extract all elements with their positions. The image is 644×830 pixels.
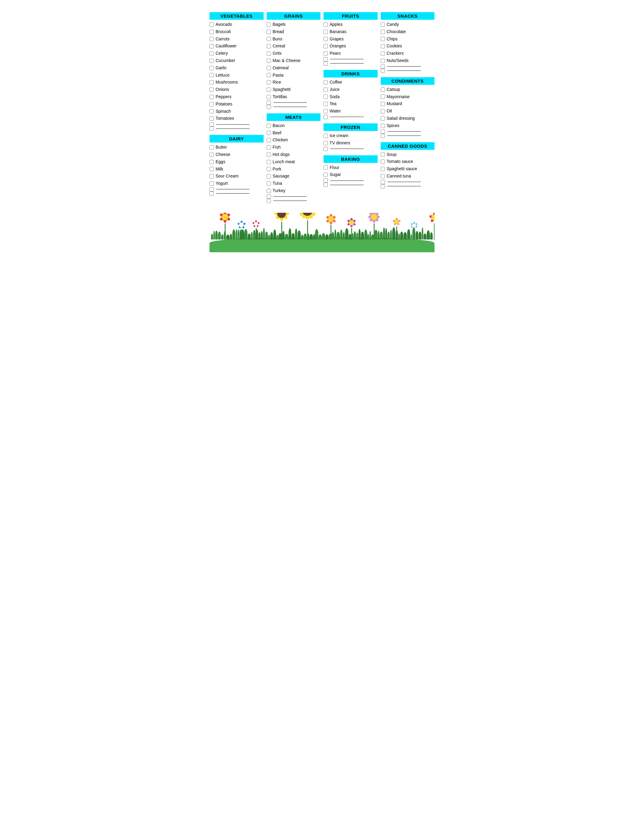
item-checkbox[interactable] [209, 167, 214, 171]
item-checkbox[interactable] [324, 57, 328, 62]
item-checkbox[interactable] [266, 73, 271, 77]
item-checkbox[interactable] [324, 62, 328, 66]
item-checkbox[interactable] [324, 109, 328, 113]
list-item: Spaghetti [266, 86, 321, 93]
item-checkbox[interactable] [209, 37, 214, 41]
item-checkbox[interactable] [266, 199, 271, 203]
item-checkbox[interactable] [324, 115, 328, 119]
item-checkbox[interactable] [209, 102, 214, 106]
item-checkbox[interactable] [209, 160, 214, 164]
item-checkbox[interactable] [324, 80, 328, 84]
item-checkbox[interactable] [209, 73, 214, 77]
item-checkbox[interactable] [324, 141, 328, 145]
item-label: Chocolate [387, 28, 406, 36]
item-checkbox[interactable] [381, 44, 385, 48]
item-checkbox[interactable] [324, 178, 328, 183]
item-checkbox[interactable] [381, 184, 385, 188]
item-checkbox[interactable] [381, 102, 385, 106]
item-checkbox[interactable] [381, 59, 385, 63]
item-checkbox[interactable] [324, 22, 328, 27]
item-checkbox[interactable] [266, 87, 271, 92]
item-label: Mushrooms [216, 79, 238, 86]
item-checkbox[interactable] [266, 37, 271, 41]
item-checkbox[interactable] [324, 165, 328, 169]
item-checkbox[interactable] [266, 145, 271, 149]
item-checkbox[interactable] [324, 87, 328, 92]
item-checkbox[interactable] [324, 147, 328, 151]
item-checkbox[interactable] [266, 167, 271, 171]
item-checkbox[interactable] [266, 101, 271, 105]
item-checkbox[interactable] [209, 116, 214, 120]
item-checkbox[interactable] [266, 66, 271, 70]
item-checkbox[interactable] [209, 122, 214, 127]
item-checkbox[interactable] [381, 109, 385, 113]
item-checkbox[interactable] [266, 22, 271, 27]
item-checkbox[interactable] [381, 116, 385, 120]
item-checkbox[interactable] [381, 37, 385, 41]
item-checkbox[interactable] [266, 30, 271, 34]
item-checkbox[interactable] [266, 80, 271, 84]
item-checkbox[interactable] [381, 167, 385, 171]
item-checkbox[interactable] [209, 152, 214, 157]
item-checkbox[interactable] [209, 59, 214, 63]
item-checkbox[interactable] [209, 95, 214, 99]
item-checkbox[interactable] [209, 22, 214, 27]
item-checkbox[interactable] [381, 124, 385, 128]
item-checkbox[interactable] [324, 37, 328, 41]
item-checkbox[interactable] [381, 134, 385, 138]
item-checkbox[interactable] [381, 180, 385, 184]
item-checkbox[interactable] [209, 44, 214, 48]
list-item: Bagels [266, 21, 321, 28]
item-checkbox[interactable] [324, 44, 328, 48]
item-checkbox[interactable] [324, 95, 328, 99]
item-checkbox[interactable] [209, 51, 214, 55]
item-checkbox[interactable] [266, 174, 271, 178]
list-item: Yogurt [209, 180, 263, 187]
item-checkbox[interactable] [209, 87, 214, 92]
list-item: Crackers [381, 50, 435, 57]
item-checkbox[interactable] [266, 160, 271, 164]
grass-blade [319, 234, 322, 239]
item-checkbox[interactable] [381, 152, 385, 157]
item-checkbox[interactable] [266, 124, 271, 128]
item-checkbox[interactable] [381, 30, 385, 34]
item-checkbox[interactable] [381, 51, 385, 55]
item-checkbox[interactable] [209, 187, 214, 192]
item-checkbox[interactable] [381, 69, 385, 73]
item-checkbox[interactable] [324, 51, 328, 55]
item-checkbox[interactable] [209, 127, 214, 131]
item-checkbox[interactable] [266, 105, 271, 109]
item-checkbox[interactable] [266, 138, 271, 142]
item-checkbox[interactable] [381, 65, 385, 69]
item-checkbox[interactable] [209, 109, 214, 113]
item-checkbox[interactable] [324, 102, 328, 106]
item-checkbox[interactable] [381, 87, 385, 92]
item-checkbox[interactable] [381, 160, 385, 164]
item-checkbox[interactable] [381, 22, 385, 27]
item-checkbox[interactable] [266, 44, 271, 48]
item-checkbox[interactable] [381, 95, 385, 99]
item-checkbox[interactable] [324, 30, 328, 34]
item-checkbox[interactable] [324, 183, 328, 187]
item-checkbox[interactable] [209, 66, 214, 70]
item-checkbox[interactable] [266, 152, 271, 157]
item-checkbox[interactable] [209, 30, 214, 34]
item-checkbox[interactable] [266, 131, 271, 135]
item-checkbox[interactable] [381, 130, 385, 134]
item-checkbox[interactable] [324, 134, 328, 138]
item-checkbox[interactable] [209, 145, 214, 149]
item-checkbox[interactable] [209, 181, 214, 186]
item-checkbox[interactable] [209, 192, 214, 196]
list-item: Oranges [324, 43, 378, 50]
item-checkbox[interactable] [209, 80, 214, 84]
item-checkbox[interactable] [266, 189, 271, 193]
item-checkbox[interactable] [266, 95, 271, 99]
grass-blade [289, 228, 291, 239]
item-checkbox[interactable] [266, 51, 271, 55]
item-checkbox[interactable] [209, 174, 214, 178]
item-checkbox[interactable] [324, 173, 328, 177]
item-checkbox[interactable] [381, 174, 385, 178]
item-checkbox[interactable] [266, 195, 271, 199]
item-checkbox[interactable] [266, 59, 271, 63]
item-checkbox[interactable] [266, 181, 271, 186]
